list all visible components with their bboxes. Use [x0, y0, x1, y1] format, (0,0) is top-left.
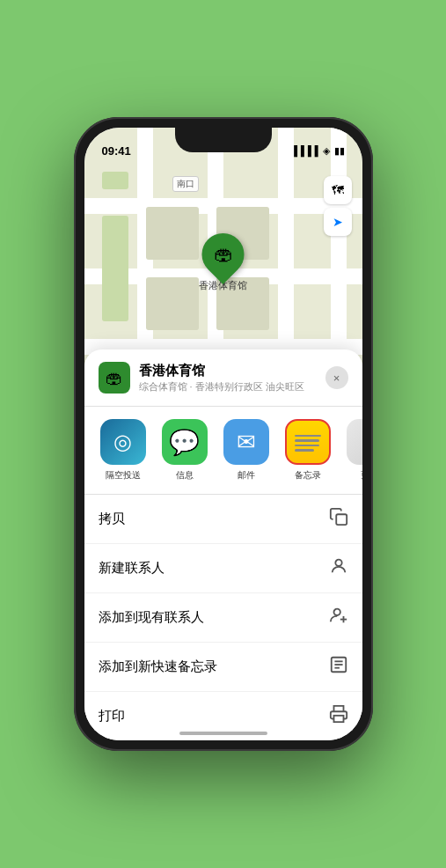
phone-screen: 09:41 ▐▐▐▐ ◈ ▮▮ 南口	[84, 128, 362, 740]
notes-icon	[285, 419, 331, 465]
add-existing-label: 添加到现有联系人	[99, 609, 204, 626]
airdrop-icon: ◎	[100, 419, 146, 465]
mail-label: 邮件	[238, 469, 255, 482]
status-icons: ▐▐▐▐ ◈ ▮▮	[290, 138, 344, 157]
action-add-notes[interactable]: 添加到新快速备忘录	[84, 643, 362, 692]
location-button[interactable]: ➤	[324, 208, 352, 236]
mail-icon: ✉	[223, 419, 269, 465]
airdrop-label: 隔空投送	[106, 469, 141, 482]
svg-point-2	[333, 609, 340, 615]
location-arrow-icon: ➤	[333, 215, 343, 229]
add-existing-icon	[329, 606, 348, 629]
new-contact-icon	[329, 556, 348, 580]
message-icon: 💬	[162, 419, 208, 465]
new-contact-label: 新建联系人	[99, 560, 165, 577]
map-type-button[interactable]: 🗺	[324, 176, 352, 204]
signal-icon: ▐▐▐▐	[290, 145, 318, 156]
action-new-contact[interactable]: 新建联系人	[84, 544, 362, 593]
location-name: 香港体育馆	[139, 363, 317, 379]
map-type-icon: 🗺	[332, 183, 344, 197]
share-item-notes[interactable]: 备忘录	[283, 419, 333, 482]
pin-stadium-icon: 🏟	[214, 243, 233, 266]
map-controls: 🗺 ➤	[324, 176, 352, 239]
phone-frame: 09:41 ▐▐▐▐ ◈ ▮▮ 南口	[74, 117, 373, 751]
share-item-message[interactable]: 💬 信息	[160, 419, 209, 482]
notes-label: 备忘录	[295, 469, 321, 482]
add-notes-icon	[329, 655, 348, 679]
location-subtitle: 综合体育馆 · 香港特别行政区 油尖旺区	[139, 380, 317, 394]
more-icon	[347, 419, 362, 465]
share-item-more[interactable]: 更多	[345, 419, 362, 482]
close-button[interactable]: ×	[325, 366, 348, 389]
copy-label: 拷贝	[99, 511, 125, 527]
notch	[175, 128, 272, 152]
battery-icon: ▮▮	[334, 145, 345, 157]
svg-point-1	[335, 560, 341, 566]
action-add-existing[interactable]: 添加到现有联系人	[84, 593, 362, 643]
more-label: 更多	[361, 469, 362, 482]
bottom-sheet: 🏟 香港体育馆 综合体育馆 · 香港特别行政区 油尖旺区 × ◎ 隔空投送	[84, 349, 362, 740]
pin-circle: 🏟	[194, 224, 253, 284]
add-notes-label: 添加到新快速备忘录	[99, 658, 217, 675]
location-venue-icon: 🏟	[99, 362, 130, 394]
share-row: ◎ 隔空投送 💬 信息 ✉ 邮件	[84, 407, 362, 495]
action-list: 拷贝 新建联系人	[84, 495, 362, 740]
wifi-icon: ◈	[323, 145, 330, 157]
action-copy[interactable]: 拷贝	[84, 495, 362, 544]
location-header: 🏟 香港体育馆 综合体育馆 · 香港特别行政区 油尖旺区 ×	[84, 349, 362, 407]
map-north-label: 南口	[172, 176, 199, 192]
status-time: 09:41	[102, 137, 131, 158]
copy-icon	[329, 507, 348, 531]
svg-rect-9	[333, 716, 343, 722]
print-label: 打印	[99, 708, 125, 725]
svg-rect-0	[336, 514, 347, 525]
message-label: 信息	[176, 469, 194, 482]
map-pin: 🏟 香港体育馆	[199, 233, 247, 292]
close-icon: ×	[333, 371, 340, 385]
share-item-mail[interactable]: ✉ 邮件	[222, 419, 271, 482]
location-info: 香港体育馆 综合体育馆 · 香港特别行政区 油尖旺区	[139, 363, 317, 394]
home-indicator	[179, 732, 267, 735]
share-item-airdrop[interactable]: ◎ 隔空投送	[99, 419, 148, 482]
print-icon	[329, 704, 348, 728]
